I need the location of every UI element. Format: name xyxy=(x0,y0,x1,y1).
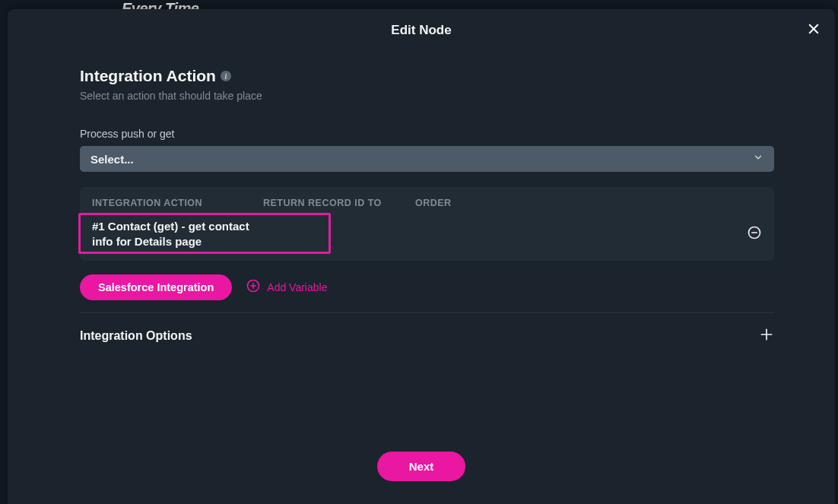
process-field-label: Process push or get xyxy=(80,128,774,140)
section-title: Integration Action xyxy=(80,67,216,85)
col-header-order: ORDER xyxy=(415,198,762,208)
row-action-text: #1 Contact (get) - get contact info for … xyxy=(92,219,263,250)
add-variable-button[interactable]: Add Variable xyxy=(246,278,327,296)
divider xyxy=(80,312,774,313)
process-select[interactable]: Select... xyxy=(80,146,774,172)
info-icon[interactable]: i xyxy=(221,71,231,81)
table-row[interactable]: #1 Contact (get) - get contact info for … xyxy=(80,219,774,261)
close-button[interactable] xyxy=(803,20,824,41)
integration-options-label: Integration Options xyxy=(80,329,192,343)
col-header-action: INTEGRATION ACTION xyxy=(92,198,263,208)
section-subtitle: Select an action that should take place xyxy=(80,90,774,102)
integration-options-toggle[interactable]: Integration Options xyxy=(80,327,774,345)
remove-row-button[interactable] xyxy=(747,225,762,243)
plus-icon xyxy=(759,327,774,345)
select-placeholder: Select... xyxy=(90,153,134,166)
minus-circle-icon xyxy=(747,230,762,242)
edit-node-modal: Edit Node Integration Action i Select an… xyxy=(8,9,835,504)
plus-circle-icon xyxy=(246,278,261,296)
col-header-return: RETURN RECORD ID TO xyxy=(263,198,415,208)
close-icon xyxy=(807,22,821,39)
modal-title: Edit Node xyxy=(391,23,451,38)
chevron-down-icon xyxy=(753,152,763,166)
integration-table: INTEGRATION ACTION RETURN RECORD ID TO O… xyxy=(80,187,774,261)
add-variable-label: Add Variable xyxy=(267,281,327,293)
salesforce-integration-button[interactable]: Salesforce Integration xyxy=(80,274,232,300)
next-button[interactable]: Next xyxy=(377,452,466,481)
modal-header: Edit Node xyxy=(8,9,835,52)
table-header-row: INTEGRATION ACTION RETURN RECORD ID TO O… xyxy=(80,187,774,219)
